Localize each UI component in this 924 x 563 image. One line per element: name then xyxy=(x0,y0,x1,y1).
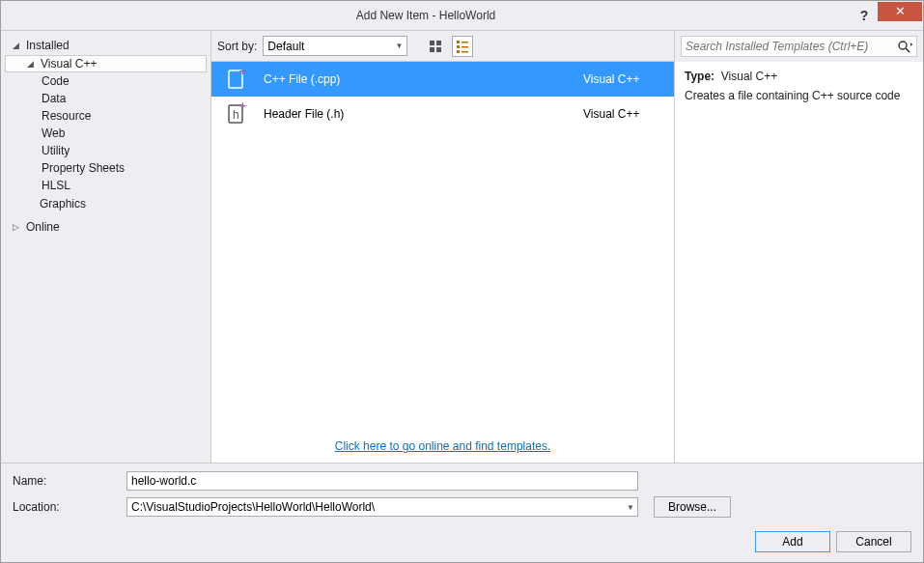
chevron-down-icon[interactable]: ▼ xyxy=(624,503,637,512)
template-lang: Visual C++ xyxy=(583,107,660,121)
tree-installed[interactable]: ◢ Installed xyxy=(5,37,207,54)
search-box[interactable] xyxy=(681,36,917,57)
template-label: C++ File (.cpp) xyxy=(264,72,568,86)
tree-item-utility[interactable]: Utility xyxy=(5,142,207,159)
browse-button[interactable]: Browse... xyxy=(654,496,731,518)
details-panel: Type: Visual C++ Creates a file containi… xyxy=(674,31,923,463)
svg-rect-3 xyxy=(436,47,441,52)
tree-item-code[interactable]: Code xyxy=(5,72,207,90)
template-item[interactable]: ++C++ File (.cpp)Visual C++ xyxy=(211,62,674,97)
location-label: Location: xyxy=(13,500,119,514)
svg-rect-4 xyxy=(457,41,460,43)
name-label: Name: xyxy=(13,474,119,488)
sort-value: Default xyxy=(267,40,304,53)
tree-label: Installed xyxy=(26,39,70,52)
search-input[interactable] xyxy=(686,40,897,53)
location-combo[interactable]: ▼ xyxy=(126,497,638,517)
tree-item-property-sheets[interactable]: Property Sheets xyxy=(5,159,207,177)
bottom-panel: Name: Location: ▼ Browse... Add Cancel xyxy=(1,463,923,562)
template-label: Header File (.h) xyxy=(264,107,568,121)
collapse-icon: ▷ xyxy=(13,222,24,232)
title-bar: Add New Item - HelloWorld ? ✕ xyxy=(1,1,923,30)
view-list-icon[interactable] xyxy=(452,36,473,57)
type-value: Visual C++ xyxy=(721,70,777,83)
template-description: Type: Visual C++ Creates a file containi… xyxy=(675,62,923,463)
main-area: ◢ Installed ◢ Visual C++ CodeDataResourc… xyxy=(1,30,923,463)
name-input[interactable] xyxy=(126,471,638,491)
svg-rect-9 xyxy=(462,51,468,53)
tree-label: Graphics xyxy=(40,197,86,211)
tree-item-web[interactable]: Web xyxy=(5,125,207,142)
sort-by-label: Sort by: xyxy=(217,40,257,53)
svg-rect-2 xyxy=(430,47,434,52)
expand-icon: ◢ xyxy=(27,59,39,69)
tree-online[interactable]: ▷ Online xyxy=(5,218,207,236)
tree-graphics[interactable]: Graphics xyxy=(5,195,207,212)
tree-label: Online xyxy=(26,220,60,234)
online-templates-link[interactable]: Click here to go online and find templat… xyxy=(335,439,550,453)
svg-text:++: ++ xyxy=(239,102,247,113)
svg-rect-8 xyxy=(457,50,460,53)
svg-point-15 xyxy=(899,42,907,49)
template-item[interactable]: ++hHeader File (.h)Visual C++ xyxy=(211,97,674,131)
add-button[interactable]: Add xyxy=(755,531,830,552)
svg-rect-5 xyxy=(462,42,468,43)
center-toolbar: Sort by: Default ▼ xyxy=(211,31,674,62)
svg-rect-0 xyxy=(430,41,434,45)
tree-item-data[interactable]: Data xyxy=(5,90,207,107)
tree-item-resource[interactable]: Resource xyxy=(5,107,207,125)
svg-rect-1 xyxy=(436,41,441,45)
header-file-icon: ++h xyxy=(225,102,248,126)
help-icon[interactable]: ? xyxy=(851,8,878,23)
tree-label: Visual C++ xyxy=(41,57,97,70)
online-link-row: Click here to go online and find templat… xyxy=(211,430,674,463)
category-tree: ◢ Installed ◢ Visual C++ CodeDataResourc… xyxy=(1,31,211,463)
tree-item-hlsl[interactable]: HLSL xyxy=(5,177,207,194)
window-title: Add New Item - HelloWorld xyxy=(1,9,851,22)
svg-text:++: ++ xyxy=(239,68,247,78)
cancel-button[interactable]: Cancel xyxy=(836,531,911,552)
location-input[interactable] xyxy=(127,498,624,516)
svg-rect-6 xyxy=(457,45,460,48)
tree-visual-cpp[interactable]: ◢ Visual C++ xyxy=(5,55,207,72)
type-label: Type: xyxy=(685,70,714,83)
template-list: ++C++ File (.cpp)Visual C++++hHeader Fil… xyxy=(211,62,674,430)
svg-line-16 xyxy=(906,48,910,52)
expand-icon: ◢ xyxy=(13,41,24,50)
template-lang: Visual C++ xyxy=(583,72,660,86)
close-icon[interactable]: ✕ xyxy=(878,2,922,21)
search-icon[interactable] xyxy=(897,40,912,53)
cpp-file-icon: ++ xyxy=(225,68,248,91)
description-text: Creates a file containing C++ source cod… xyxy=(685,89,913,102)
svg-rect-7 xyxy=(462,46,468,48)
svg-text:h: h xyxy=(233,108,239,122)
view-grid-icon[interactable] xyxy=(425,36,446,57)
sort-by-select[interactable]: Default ▼ xyxy=(263,36,407,56)
center-panel: Sort by: Default ▼ ++C++ File (.cpp)Visu… xyxy=(211,31,674,463)
chevron-down-icon: ▼ xyxy=(395,42,403,50)
